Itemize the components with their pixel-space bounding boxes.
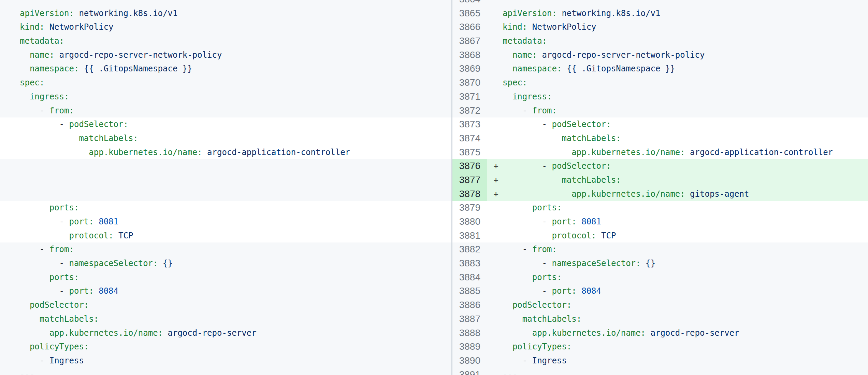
line-number[interactable]: 3869 <box>452 62 487 76</box>
line-number[interactable]: 3879 <box>452 201 487 215</box>
diff-row <box>0 159 451 173</box>
code-token: app.kubernetes.io/name: <box>572 189 685 199</box>
code-line: - from: <box>0 242 451 256</box>
line-number[interactable]: 3886 <box>452 298 487 312</box>
code-line: ports: <box>0 201 451 215</box>
code-line: ports: <box>503 270 868 284</box>
code-token <box>503 189 572 199</box>
code-token <box>20 328 49 338</box>
diff-row: podSelector: <box>0 298 451 312</box>
code-line: - port: 8081 <box>503 215 868 229</box>
code-line: - podSelector: <box>0 117 451 131</box>
diff-row: 3875 app.kubernetes.io/name: argocd-appl… <box>452 145 868 159</box>
line-number[interactable]: 3884 <box>452 270 487 284</box>
code-token <box>20 273 49 282</box>
line-number[interactable]: 3887 <box>452 312 487 326</box>
code-token <box>20 259 59 268</box>
code-token <box>20 134 79 143</box>
code-line: - namespaceSelector: {} <box>503 256 868 270</box>
line-number[interactable]: 3882 <box>452 242 487 256</box>
line-number[interactable]: 3888 <box>452 326 487 340</box>
code-line: app.kubernetes.io/name: argocd-applicati… <box>0 145 451 159</box>
code-token: namespaceSelector: <box>69 259 158 268</box>
diff-marker <box>487 215 503 229</box>
diff-row: name: argocd-repo-server-network-policy <box>0 48 451 62</box>
code-token: port: <box>69 217 94 226</box>
diff-row: 3885 - port: 8084 <box>452 284 868 298</box>
line-number[interactable]: 3875 <box>452 145 487 159</box>
code-token <box>503 92 512 101</box>
diff-marker <box>487 256 503 270</box>
line-number[interactable]: 3867 <box>452 34 487 48</box>
diff-row: - from: <box>0 104 451 118</box>
line-number[interactable]: 3876 <box>452 159 487 173</box>
code-line: --- <box>0 368 451 375</box>
code-token <box>20 356 40 365</box>
code-token: from: <box>49 245 74 254</box>
code-line: - port: 8084 <box>0 284 451 298</box>
line-number[interactable]: 3865 <box>452 6 487 20</box>
code-token: argocd-repo-server <box>651 328 739 338</box>
code-token: argocd-repo-server-network-policy <box>542 50 705 60</box>
diff-marker: + <box>487 159 503 173</box>
diff-marker <box>487 270 503 284</box>
code-line: - from: <box>503 104 868 118</box>
code-token <box>503 217 542 226</box>
code-token: podSelector: <box>69 120 128 129</box>
line-number[interactable]: 3874 <box>452 131 487 145</box>
line-number[interactable]: 3891 <box>452 368 487 375</box>
code-token: - <box>59 259 69 268</box>
diff-marker <box>487 131 503 145</box>
diff-marker <box>487 48 503 62</box>
line-number[interactable]: 3883 <box>452 256 487 270</box>
code-token <box>20 148 89 157</box>
line-number[interactable]: 3880 <box>452 215 487 229</box>
diff-row: 3887 matchLabels: <box>452 312 868 326</box>
code-token: {} <box>646 259 655 268</box>
line-number[interactable]: 3881 <box>452 229 487 243</box>
line-number[interactable]: 3871 <box>452 90 487 104</box>
code-line: podSelector: <box>0 298 451 312</box>
diff-row: - podSelector: <box>0 117 451 131</box>
code-line: podSelector: <box>503 298 868 312</box>
line-number[interactable]: 3889 <box>452 340 487 354</box>
code-token <box>79 64 84 73</box>
code-line: - podSelector: <box>503 117 868 131</box>
line-number[interactable]: 3864 <box>452 0 487 6</box>
line-number[interactable]: 3870 <box>452 76 487 90</box>
code-token <box>20 64 30 73</box>
code-token: TCP <box>601 231 616 240</box>
line-number[interactable]: 3868 <box>452 48 487 62</box>
diff-marker <box>487 76 503 90</box>
line-number[interactable]: 3873 <box>452 117 487 131</box>
line-number[interactable]: 3872 <box>452 104 487 118</box>
code-token: ports: <box>532 203 562 212</box>
line-number[interactable]: 3885 <box>452 284 487 298</box>
code-token <box>503 245 522 254</box>
code-token: policyTypes: <box>30 342 89 351</box>
code-token: 8084 <box>99 286 118 296</box>
line-number[interactable]: 3866 <box>452 20 487 34</box>
diff-marker <box>487 242 503 256</box>
code-token: namespace: <box>30 64 79 73</box>
code-token <box>596 231 601 240</box>
diff-marker <box>487 62 503 76</box>
diff-row: 3872 - from: <box>452 104 868 118</box>
code-token <box>503 203 532 212</box>
code-token: podSelector: <box>552 161 611 171</box>
code-token <box>503 148 572 157</box>
line-number[interactable]: 3890 <box>452 354 487 368</box>
code-token <box>537 50 542 60</box>
code-line: ports: <box>0 270 451 284</box>
diff-marker: + <box>487 173 503 187</box>
diff-row: 3869 namespace: {{ .GitopsNamespace }} <box>452 62 868 76</box>
code-line: - podSelector: <box>503 159 868 173</box>
diff-row: spec: <box>0 76 451 90</box>
code-token <box>685 189 690 199</box>
diff-row: - port: 8081 <box>0 215 451 229</box>
line-number[interactable]: 3878 <box>452 187 487 201</box>
code-token <box>202 148 207 157</box>
code-line: app.kubernetes.io/name: gitops-agent <box>503 187 868 201</box>
line-number[interactable]: 3877 <box>452 173 487 187</box>
diff-marker <box>487 229 503 243</box>
